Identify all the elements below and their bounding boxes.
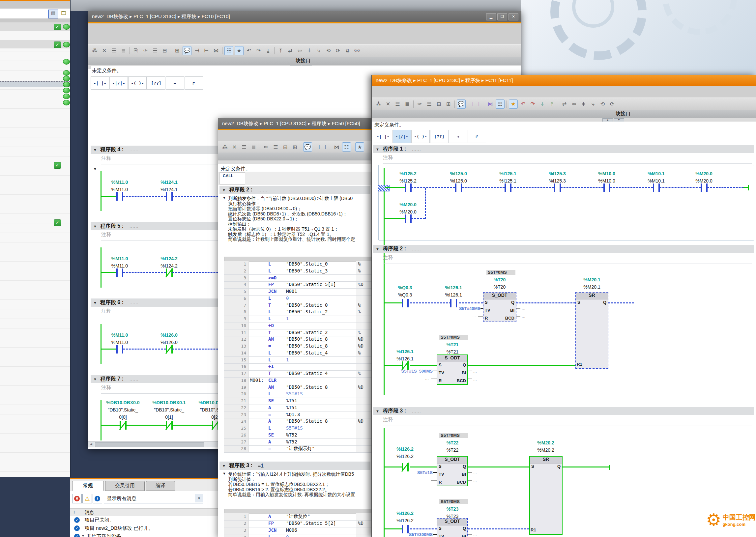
insert-block-output-icon[interactable]: ⊢: [323, 143, 331, 151]
invert-operand-icon[interactable]: ⋈: [332, 143, 341, 151]
insert-network-icon[interactable]: ⁂: [374, 100, 383, 108]
coil-tool-icon[interactable]: -( )-: [411, 130, 430, 143]
dropdown-caret-button[interactable]: ▼: [195, 494, 203, 502]
tab-cross-reference[interactable]: 交叉引用: [105, 481, 145, 491]
stl-operand[interactable]: "DB50".Static_3: [286, 268, 328, 273]
insert-network-icon[interactable]: ⁂: [221, 143, 229, 151]
view-list-icon[interactable]: ☰: [151, 46, 159, 55]
network-header[interactable]: ▼程序段 3 :......: [373, 407, 754, 415]
minimize-button[interactable]: ▁: [486, 13, 496, 21]
sync-blocks-icon[interactable]: ⇄: [286, 46, 294, 55]
download-block-icon[interactable]: ⤓: [538, 100, 546, 108]
network-comment[interactable]: 注释: [101, 385, 111, 391]
stl-operand[interactable]: "DB50".Static_8: [286, 418, 328, 424]
delete-network-icon[interactable]: ✕: [100, 46, 108, 55]
tab-compile[interactable]: 编译: [146, 481, 175, 491]
view-list-icon[interactable]: ☰: [272, 143, 280, 151]
contact-no[interactable]: [653, 184, 654, 192]
network-header[interactable]: ▼程序段 3 :=1: [220, 462, 370, 470]
insert-block-input-icon[interactable]: ⊣: [314, 143, 322, 151]
nc-contact-tool-icon[interactable]: -|/|-: [109, 76, 128, 90]
stl-operand[interactable]: 0: [286, 534, 289, 537]
fc11-titlebar[interactable]: new2_DB块修改 ▸ PLC_1 [CPU 313C] ▸ 程序块 ▸ FC…: [372, 75, 756, 86]
rotate-left-icon[interactable]: ⟲: [324, 46, 332, 55]
message-row[interactable]: ✓项目已关闭。: [70, 516, 218, 524]
goto-prev-icon[interactable]: ⇦: [570, 100, 578, 108]
stl-operand[interactable]: "DB50".Static_2: [286, 330, 328, 335]
goto-definition-icon[interactable]: ⎘: [132, 46, 140, 55]
message-row[interactable]: ✓▼开始下载到设备: [70, 532, 218, 537]
stl-operand[interactable]: S5T#1S: [286, 425, 303, 431]
stl-operand[interactable]: 1: [286, 316, 289, 321]
collapse-network-icon[interactable]: ▼: [376, 409, 379, 413]
view-merge-icon[interactable]: ⊞: [291, 143, 299, 151]
empty-box-tool-icon[interactable]: [??]: [147, 76, 165, 90]
contact-no[interactable]: [405, 215, 406, 223]
view-split-icon[interactable]: ⊟: [160, 46, 169, 55]
stl-operand[interactable]: M001: [286, 289, 297, 294]
scroll-left-button[interactable]: ◀: [88, 442, 94, 447]
stl-operand[interactable]: %T51: [286, 398, 297, 403]
expander-icon[interactable]: ▼: [81, 534, 85, 537]
selected-wire-segment[interactable]: [378, 185, 390, 191]
stl-operand[interactable]: %Q1.3: [286, 412, 300, 417]
collapse-network-icon[interactable]: ▼: [376, 247, 379, 251]
scrollbar-thumb[interactable]: [95, 442, 204, 447]
favorites-icon[interactable]: ★: [355, 142, 364, 151]
collapse-network-icon[interactable]: ▼: [222, 188, 226, 192]
collapse-network-icon[interactable]: ▼: [222, 464, 226, 468]
rotate-right-icon[interactable]: ⟳: [334, 46, 342, 55]
frame-view-icon[interactable]: ☷: [342, 142, 351, 151]
delete-network-icon[interactable]: ✕: [231, 143, 238, 151]
network-comment[interactable]: 注释: [101, 308, 111, 314]
stl-operand[interactable]: S5T#1S: [286, 391, 303, 396]
nc-contact-tool-icon[interactable]: -|/|-: [393, 130, 411, 143]
toggle-comments-icon[interactable]: 💬: [457, 100, 466, 109]
fc10-titlebar[interactable]: new2_DB块修改 ▸ PLC_1 [CPU 313C] ▸ 程序块 ▸ FC…: [88, 11, 521, 22]
insert-row-icon[interactable]: ☰: [394, 100, 402, 108]
stl-operand[interactable]: %T52: [286, 439, 297, 444]
collapse-network-icon[interactable]: ▼: [93, 301, 97, 305]
collapse-network-icon[interactable]: ▼: [93, 167, 97, 171]
upload-block-icon[interactable]: ⤒: [276, 46, 285, 55]
stl-operand[interactable]: 0: [286, 296, 289, 301]
fc50-titlebar[interactable]: new2_DB块修改 ▸ PLC_1 [CPU 313C] ▸ 程序块 ▸ FC…: [218, 118, 372, 129]
stl-operand[interactable]: %T52: [286, 432, 297, 437]
insert-network-icon[interactable]: ⁂: [91, 46, 99, 55]
undo-entry-icon[interactable]: ✑: [142, 46, 149, 55]
add-row-icon[interactable]: ≣: [119, 46, 128, 55]
close-branch-tool-icon[interactable]: ↱: [468, 130, 486, 143]
network-comment[interactable]: 注释: [101, 155, 111, 161]
view-merge-icon[interactable]: ⊞: [173, 46, 181, 55]
toggle-comments-icon[interactable]: 💬: [183, 46, 191, 55]
insert-row-icon[interactable]: ☰: [240, 143, 248, 151]
comment-collapse-icon[interactable]: ▼: [223, 196, 226, 200]
call-instruction-cell[interactable]: CALL: [220, 172, 245, 185]
toggle-comments-icon[interactable]: 💬: [303, 142, 312, 151]
contact-no[interactable]: [402, 299, 403, 308]
collapse-network-icon[interactable]: ▼: [93, 377, 97, 381]
absolute-operands-icon[interactable]: ǂ: [579, 100, 588, 108]
stl-operand[interactable]: "DB50".Static_8: [286, 385, 328, 390]
fc10-block-interface-bar[interactable]: 块接口: [88, 57, 521, 65]
stl-operand[interactable]: "DB50".Static_0: [286, 261, 328, 267]
branch-tool-icon[interactable]: ⤷: [589, 100, 597, 108]
open-branch-tool-icon[interactable]: →: [449, 130, 467, 143]
table-view-icon[interactable]: ▤: [48, 10, 58, 19]
warning-filter-icon[interactable]: ⚠: [82, 494, 92, 503]
insert-block-input-icon[interactable]: ⊣: [467, 100, 475, 108]
empty-box-tool-icon[interactable]: [??]: [430, 130, 448, 143]
open-branch-tool-icon[interactable]: →: [166, 76, 184, 90]
no-contact-tool-icon[interactable]: -| |-: [91, 76, 109, 90]
view-split-icon[interactable]: ⊟: [281, 143, 289, 151]
stl-operand[interactable]: "DB50".Static_4: [286, 350, 328, 355]
network-comment[interactable]: 注释: [101, 231, 111, 238]
favorites-icon[interactable]: ★: [235, 46, 243, 55]
stl-operand[interactable]: "计数复位": [286, 514, 310, 519]
maximize-button[interactable]: ❐: [497, 13, 507, 21]
contact-no[interactable]: [701, 184, 702, 192]
insert-block-input-icon[interactable]: ⊣: [193, 46, 201, 55]
stl-operand[interactable]: "DB50".Static_5[1]: [286, 282, 336, 287]
stl-operand[interactable]: "DB50".Static_8: [286, 343, 328, 349]
stl-operand[interactable]: "DB50".Static_8: [286, 336, 328, 342]
